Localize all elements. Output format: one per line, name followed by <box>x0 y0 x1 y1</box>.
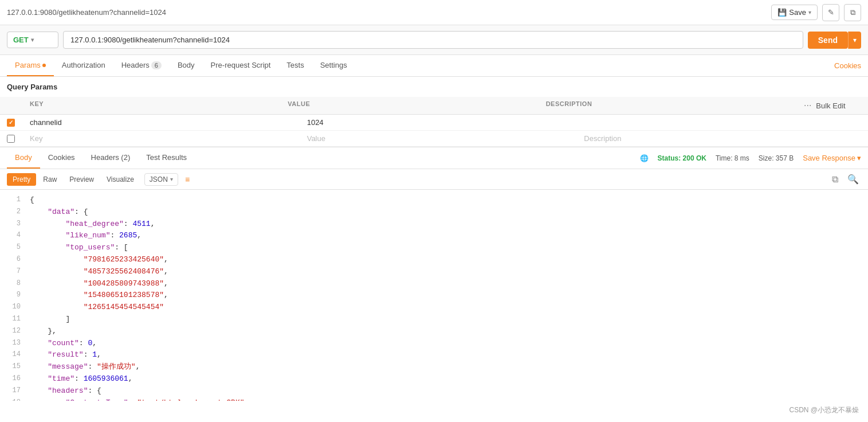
key-channelid: channelid <box>30 118 307 127</box>
response-tab-test-results[interactable]: Test Results <box>138 147 195 169</box>
tab-headers[interactable]: Headers6 <box>113 55 170 76</box>
format-tab-raw[interactable]: Raw <box>37 173 62 186</box>
json-line-13: 13 "count": 0, <box>7 338 861 350</box>
top-bar-actions: 💾 Save ▾ ✎ ⧉ <box>771 4 861 21</box>
watermark: CSDN @小恐龙不暴燥 <box>789 405 859 415</box>
check-empty <box>7 135 30 143</box>
value-empty: Value <box>307 134 584 143</box>
json-line-6: 6 "7981625233425640", <box>7 254 861 266</box>
copy-icon: ⧉ <box>850 8 855 17</box>
json-line-3: 3 "heat_degree": 4511, <box>7 218 861 230</box>
copy-button[interactable]: ⧉ <box>844 4 861 21</box>
format-bar: Pretty Raw Preview Visualize JSON ▾ ≡ ⧉ … <box>0 169 868 190</box>
header-key-col: KEY <box>30 100 288 111</box>
json-line-15: 15 "message": "操作成功", <box>7 361 861 373</box>
tab-tests[interactable]: Tests <box>278 55 312 76</box>
save-response-chevron-icon: ▾ <box>857 154 861 162</box>
tab-prerequest[interactable]: Pre-request Script <box>203 55 279 76</box>
json-line-9: 9 "1548065101238578", <box>7 290 861 302</box>
params-dot <box>42 64 46 67</box>
save-button[interactable]: 💾 Save ▾ <box>771 5 818 20</box>
query-params-section: Query Params KEY VALUE DESCRIPTION ··· B… <box>0 77 868 147</box>
method-label: GET <box>13 36 29 44</box>
edit-icon: ✎ <box>828 8 834 17</box>
checkbox-channelid[interactable] <box>7 119 15 127</box>
method-chevron-icon: ▾ <box>31 37 34 43</box>
edit-button[interactable]: ✎ <box>822 4 839 21</box>
format-type-select[interactable]: JSON ▾ <box>144 173 178 186</box>
globe-icon: 🌐 <box>640 154 649 162</box>
json-line-5: 5 "top_users": [ <box>7 242 861 254</box>
save-chevron-icon: ▾ <box>808 9 811 15</box>
json-line-8: 8 "1004285809743988", <box>7 278 861 290</box>
save-icon: 💾 <box>777 8 787 17</box>
response-tabs-row: Body Cookies Headers (2) Test Results 🌐 … <box>0 147 868 169</box>
save-response-button[interactable]: Save Response ▾ <box>803 154 861 162</box>
tab-authorization[interactable]: Authorization <box>54 55 113 76</box>
header-value-col: VALUE <box>288 100 545 111</box>
checkbox-empty[interactable] <box>7 135 15 143</box>
wrap-lines-button[interactable]: ≡ <box>183 174 192 185</box>
tab-settings[interactable]: Settings <box>312 55 355 76</box>
header-check-col <box>7 100 30 111</box>
search-response-button[interactable]: 🔍 <box>845 173 861 186</box>
format-tabs-group: Pretty Raw Preview Visualize JSON ▾ ≡ <box>7 173 192 186</box>
json-line-2: 2 "data": { <box>7 206 861 218</box>
format-actions: ⧉ 🔍 <box>830 173 861 186</box>
response-tab-headers[interactable]: Headers (2) <box>83 147 139 169</box>
response-time: Time: 8 ms <box>716 154 749 162</box>
bulk-edit-button[interactable]: Bulk Edit <box>816 101 845 110</box>
json-line-4: 4 "like_num": 2685, <box>7 230 861 242</box>
params-header: KEY VALUE DESCRIPTION ··· Bulk Edit <box>0 97 868 115</box>
json-line-1: 1 { <box>7 194 861 206</box>
more-button[interactable]: ··· <box>804 100 811 111</box>
tab-params[interactable]: Params <box>7 55 54 76</box>
response-status: 🌐 Status: 200 OK Time: 8 ms Size: 357 B … <box>640 154 861 162</box>
format-chevron-icon: ▾ <box>170 176 173 182</box>
copy-response-button[interactable]: ⧉ <box>830 173 840 186</box>
section-title: Query Params <box>0 77 868 97</box>
json-line-17: 17 "headers": { <box>7 385 861 397</box>
response-tabs: Body Cookies Headers (2) Test Results <box>7 147 195 169</box>
send-chevron-icon: ▾ <box>853 36 857 44</box>
url-input[interactable] <box>63 31 803 49</box>
send-dropdown-button[interactable]: ▾ <box>848 32 861 49</box>
json-line-10: 10 "1265145454545454" <box>7 302 861 314</box>
url-bar: GET ▾ Send ▾ <box>0 25 868 55</box>
value-channelid: 1024 <box>307 118 584 127</box>
json-line-18: 18 "Content-Type": "text/html; charset=G… <box>7 397 861 401</box>
format-tab-preview[interactable]: Preview <box>64 173 100 186</box>
param-row-channelid: channelid 1024 <box>0 115 868 131</box>
json-line-7: 7 "4857325562408476", <box>7 266 861 278</box>
response-tab-body[interactable]: Body <box>7 147 40 169</box>
format-tab-pretty[interactable]: Pretty <box>7 173 36 186</box>
page-title: 127.0.0.1:9080/getlikheatenum?channelid=… <box>7 8 166 17</box>
json-line-11: 11 ] <box>7 314 861 326</box>
header-actions-col: ··· Bulk Edit <box>804 100 861 111</box>
status-ok: Status: 200 OK <box>658 154 706 162</box>
header-desc-col: DESCRIPTION <box>546 100 804 111</box>
desc-empty: Description <box>584 134 861 143</box>
cookies-link[interactable]: Cookies <box>834 61 861 70</box>
check-col <box>7 119 30 127</box>
request-tabs-row: Params Authorization Headers6 Body Pre-r… <box>0 55 868 77</box>
request-tabs: Params Authorization Headers6 Body Pre-r… <box>7 55 355 76</box>
response-size: Size: 357 B <box>759 154 794 162</box>
format-tab-visualize[interactable]: Visualize <box>101 173 140 186</box>
json-line-12: 12 }, <box>7 326 861 338</box>
key-empty: Key <box>30 134 307 143</box>
send-group: Send ▾ <box>808 32 861 49</box>
json-content: 1 { 2 "data": { 3 "heat_degree": 4511, 4… <box>0 190 868 401</box>
tab-body[interactable]: Body <box>170 55 203 76</box>
top-bar: 127.0.0.1:9080/getlikheatenum?channelid=… <box>0 0 868 25</box>
response-tab-cookies[interactable]: Cookies <box>40 147 83 169</box>
json-line-16: 16 "time": 1605936061, <box>7 373 861 385</box>
json-line-14: 14 "result": 1, <box>7 349 861 361</box>
format-tabs: Pretty Raw Preview Visualize <box>7 173 140 186</box>
param-row-empty: Key Value Description <box>0 131 868 147</box>
method-select[interactable]: GET ▾ <box>7 32 58 48</box>
send-button[interactable]: Send <box>808 32 848 49</box>
response-area: Body Cookies Headers (2) Test Results 🌐 … <box>0 147 868 401</box>
